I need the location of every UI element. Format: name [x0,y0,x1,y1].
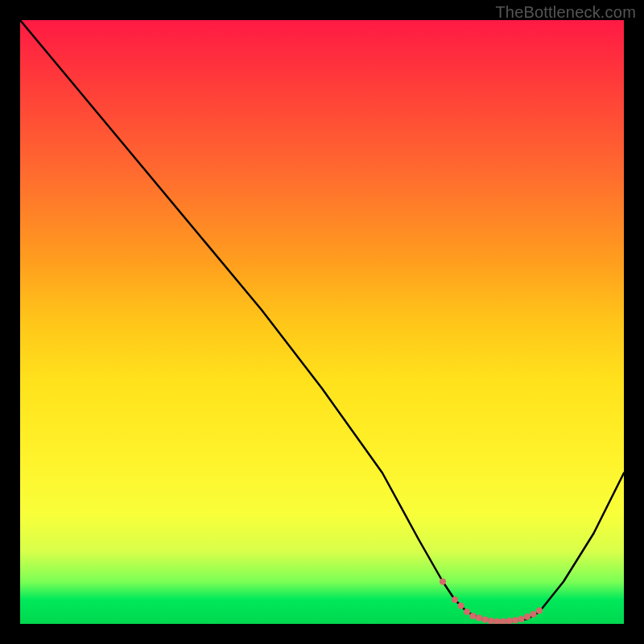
chart-area [20,20,624,624]
marker-dot [488,617,494,624]
bottleneck-curve [20,20,624,621]
marker-dot [464,609,470,615]
marker-dot [470,613,477,619]
curve-series [20,20,624,621]
marker-dot [458,603,464,609]
marker-dot [518,616,525,622]
marker-dot [476,615,482,621]
marker-dot [440,579,446,585]
watermark-text: TheBottleneck.com [495,3,636,22]
marker-dot [536,608,543,614]
marker-dot [506,617,513,624]
marker-dot [494,618,501,624]
marker-dot [530,611,537,617]
marker-dot [452,597,458,603]
marker-dot [524,613,530,620]
marker-dot [500,618,506,624]
marker-dots [440,579,543,625]
marker-dot [482,617,489,623]
chart-svg [20,20,624,624]
marker-dot [512,617,518,624]
